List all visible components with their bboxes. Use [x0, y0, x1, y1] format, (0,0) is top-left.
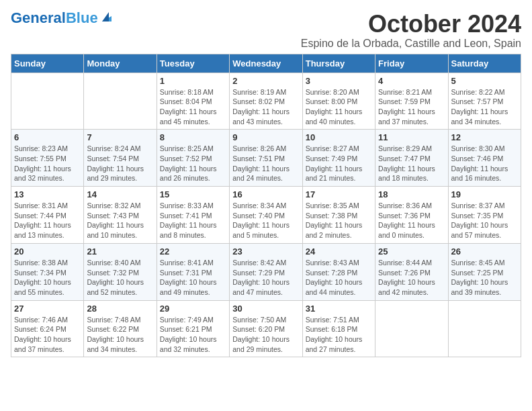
day-info: Sunrise: 8:32 AM Sunset: 7:43 PM Dayligh… [87, 201, 153, 240]
day-info: Sunrise: 8:25 AM Sunset: 7:52 PM Dayligh… [160, 144, 226, 183]
weekday-header-saturday: Saturday [448, 54, 521, 73]
logo-general: General [11, 9, 66, 26]
day-number: 24 [306, 246, 372, 257]
logo-text: GeneralBlue [11, 11, 98, 26]
calendar-cell: 8Sunrise: 8:25 AM Sunset: 7:52 PM Daylig… [157, 130, 229, 187]
calendar-cell: 13Sunrise: 8:31 AM Sunset: 7:44 PM Dayli… [11, 187, 84, 244]
day-info: Sunrise: 8:29 AM Sunset: 7:47 PM Dayligh… [378, 144, 445, 183]
day-info: Sunrise: 8:43 AM Sunset: 7:28 PM Dayligh… [306, 258, 372, 298]
day-info: Sunrise: 7:49 AM Sunset: 6:21 PM Dayligh… [160, 315, 226, 355]
location-title: Espino de la Orbada, Castille and Leon, … [301, 38, 521, 50]
day-number: 31 [306, 304, 372, 314]
day-info: Sunrise: 8:35 AM Sunset: 7:38 PM Dayligh… [306, 201, 372, 240]
weekday-header-monday: Monday [84, 54, 157, 73]
calendar-cell: 23Sunrise: 8:42 AM Sunset: 7:29 PM Dayli… [230, 243, 302, 300]
logo: GeneralBlue [11, 11, 114, 26]
calendar-cell [11, 73, 84, 130]
day-number: 2 [232, 76, 299, 86]
calendar-cell: 22Sunrise: 8:41 AM Sunset: 7:31 PM Dayli… [157, 243, 229, 300]
calendar-cell [375, 300, 448, 357]
day-number: 11 [378, 132, 445, 142]
page-header: GeneralBlue October 2024 Espino de la Or… [11, 11, 521, 50]
day-number: 12 [451, 132, 518, 142]
calendar-cell: 17Sunrise: 8:35 AM Sunset: 7:38 PM Dayli… [302, 187, 375, 244]
calendar-cell: 5Sunrise: 8:22 AM Sunset: 7:57 PM Daylig… [448, 73, 521, 130]
day-number: 17 [306, 189, 372, 199]
calendar-cell: 7Sunrise: 8:24 AM Sunset: 7:54 PM Daylig… [84, 130, 157, 187]
calendar-cell: 29Sunrise: 7:49 AM Sunset: 6:21 PM Dayli… [157, 300, 229, 357]
calendar-cell: 12Sunrise: 8:30 AM Sunset: 7:46 PM Dayli… [448, 130, 521, 187]
day-number: 19 [451, 189, 518, 199]
calendar-cell: 10Sunrise: 8:27 AM Sunset: 7:49 PM Dayli… [302, 130, 375, 187]
day-info: Sunrise: 8:22 AM Sunset: 7:57 PM Dayligh… [451, 87, 518, 127]
day-number: 15 [160, 189, 226, 199]
calendar-cell: 25Sunrise: 8:44 AM Sunset: 7:26 PM Dayli… [375, 243, 448, 300]
day-number: 14 [87, 189, 153, 199]
logo-blue: Blue [66, 9, 98, 26]
day-info: Sunrise: 8:31 AM Sunset: 7:44 PM Dayligh… [14, 201, 81, 240]
calendar-cell: 26Sunrise: 8:45 AM Sunset: 7:25 PM Dayli… [448, 243, 521, 300]
logo-icon [99, 9, 114, 24]
day-info: Sunrise: 8:33 AM Sunset: 7:41 PM Dayligh… [160, 201, 226, 240]
day-number: 18 [378, 189, 445, 199]
day-info: Sunrise: 7:46 AM Sunset: 6:24 PM Dayligh… [14, 315, 81, 355]
calendar-cell: 15Sunrise: 8:33 AM Sunset: 7:41 PM Dayli… [157, 187, 229, 244]
day-number: 30 [232, 304, 299, 314]
calendar-table: SundayMondayTuesdayWednesdayThursdayFrid… [11, 54, 521, 358]
calendar-cell: 6Sunrise: 8:23 AM Sunset: 7:55 PM Daylig… [11, 130, 84, 187]
calendar-cell: 30Sunrise: 7:50 AM Sunset: 6:20 PM Dayli… [230, 300, 302, 357]
title-block: October 2024 Espino de la Orbada, Castil… [301, 11, 521, 50]
calendar-cell: 14Sunrise: 8:32 AM Sunset: 7:43 PM Dayli… [84, 187, 157, 244]
weekday-header-thursday: Thursday [302, 54, 375, 73]
calendar-cell: 4Sunrise: 8:21 AM Sunset: 7:59 PM Daylig… [375, 73, 448, 130]
day-number: 20 [14, 246, 81, 257]
day-number: 8 [160, 132, 226, 142]
calendar-cell: 31Sunrise: 7:51 AM Sunset: 6:18 PM Dayli… [302, 300, 375, 357]
day-info: Sunrise: 8:44 AM Sunset: 7:26 PM Dayligh… [378, 258, 445, 298]
day-info: Sunrise: 7:51 AM Sunset: 6:18 PM Dayligh… [306, 315, 372, 355]
weekday-header-sunday: Sunday [11, 54, 84, 73]
day-number: 21 [87, 246, 153, 257]
day-number: 27 [14, 304, 81, 314]
day-info: Sunrise: 8:37 AM Sunset: 7:35 PM Dayligh… [451, 201, 518, 240]
calendar-cell: 21Sunrise: 8:40 AM Sunset: 7:32 PM Dayli… [84, 243, 157, 300]
calendar-cell: 24Sunrise: 8:43 AM Sunset: 7:28 PM Dayli… [302, 243, 375, 300]
day-info: Sunrise: 8:41 AM Sunset: 7:31 PM Dayligh… [160, 258, 226, 298]
day-info: Sunrise: 8:23 AM Sunset: 7:55 PM Dayligh… [14, 144, 81, 183]
calendar-cell: 11Sunrise: 8:29 AM Sunset: 7:47 PM Dayli… [375, 130, 448, 187]
calendar-cell: 18Sunrise: 8:36 AM Sunset: 7:36 PM Dayli… [375, 187, 448, 244]
day-info: Sunrise: 8:38 AM Sunset: 7:34 PM Dayligh… [14, 258, 81, 298]
day-number: 26 [451, 246, 518, 257]
calendar-cell [448, 300, 521, 357]
weekday-header-tuesday: Tuesday [157, 54, 229, 73]
day-info: Sunrise: 8:20 AM Sunset: 8:00 PM Dayligh… [306, 87, 372, 127]
day-number: 3 [306, 76, 372, 86]
calendar-cell: 19Sunrise: 8:37 AM Sunset: 7:35 PM Dayli… [448, 187, 521, 244]
calendar-cell [84, 73, 157, 130]
day-info: Sunrise: 8:24 AM Sunset: 7:54 PM Dayligh… [87, 144, 153, 183]
day-number: 25 [378, 246, 445, 257]
day-number: 7 [87, 132, 153, 142]
day-info: Sunrise: 8:45 AM Sunset: 7:25 PM Dayligh… [451, 258, 518, 298]
day-info: Sunrise: 8:40 AM Sunset: 7:32 PM Dayligh… [87, 258, 153, 298]
calendar-cell: 1Sunrise: 8:18 AM Sunset: 8:04 PM Daylig… [157, 73, 229, 130]
day-number: 28 [87, 304, 153, 314]
day-number: 16 [232, 189, 299, 199]
day-info: Sunrise: 7:50 AM Sunset: 6:20 PM Dayligh… [232, 315, 299, 355]
calendar-cell: 3Sunrise: 8:20 AM Sunset: 8:00 PM Daylig… [302, 73, 375, 130]
calendar-cell: 16Sunrise: 8:34 AM Sunset: 7:40 PM Dayli… [230, 187, 302, 244]
calendar-cell: 2Sunrise: 8:19 AM Sunset: 8:02 PM Daylig… [230, 73, 302, 130]
day-info: Sunrise: 8:36 AM Sunset: 7:36 PM Dayligh… [378, 201, 445, 240]
day-info: Sunrise: 8:26 AM Sunset: 7:51 PM Dayligh… [232, 144, 299, 183]
day-number: 22 [160, 246, 226, 257]
day-number: 9 [232, 132, 299, 142]
weekday-header-wednesday: Wednesday [230, 54, 302, 73]
month-title: October 2024 [301, 11, 521, 38]
calendar-cell: 9Sunrise: 8:26 AM Sunset: 7:51 PM Daylig… [230, 130, 302, 187]
calendar-cell: 27Sunrise: 7:46 AM Sunset: 6:24 PM Dayli… [11, 300, 84, 357]
day-number: 29 [160, 304, 226, 314]
day-info: Sunrise: 7:48 AM Sunset: 6:22 PM Dayligh… [87, 315, 153, 355]
calendar-cell: 28Sunrise: 7:48 AM Sunset: 6:22 PM Dayli… [84, 300, 157, 357]
day-number: 1 [160, 76, 226, 86]
weekday-header-friday: Friday [375, 54, 448, 73]
